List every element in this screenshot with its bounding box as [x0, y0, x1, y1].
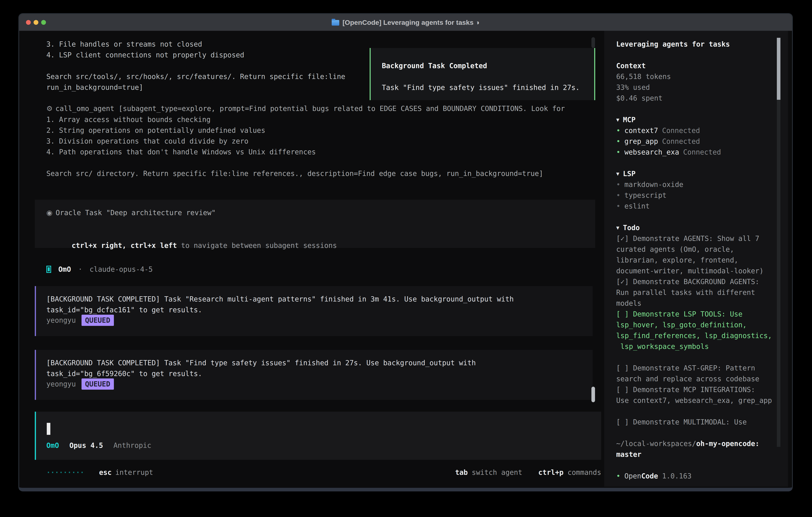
lsp-item: • markdown-oxide: [616, 179, 788, 190]
terminal-window: [OpenCode] Leveraging agents for tasks ◑…: [19, 13, 793, 491]
close-button[interactable]: [26, 20, 31, 25]
prompt-input[interactable]: OmO Opus 4.5 Anthropic: [35, 412, 601, 460]
chevron-down-icon: ▼: [616, 222, 619, 233]
lsp-name: typescript: [625, 190, 667, 201]
sidebar-scrollbar-thumb[interactable]: [777, 38, 780, 100]
esc-key-hint: esc: [99, 467, 112, 478]
notification-body: Task "Find type safety issues" finished …: [382, 82, 580, 93]
todo-item-pending: [ ] Demonstrate AST-GREP: Pattern search…: [616, 363, 788, 384]
hint-key-right: ctrl+x right,: [71, 242, 130, 249]
lsp-item: • eslint: [616, 201, 788, 212]
agent-model: claude-opus-4-5: [89, 264, 153, 275]
todo-item-active: [ ] Demonstrate LSP TOOLS: Use lsp_hover…: [616, 309, 788, 352]
subagent-navigation-hint: ctrl+x right, ctrl+x left to navigate be…: [46, 229, 337, 262]
status-dot-icon: •: [616, 471, 620, 482]
workspace-repo: oh-my-opencode:: [696, 440, 759, 447]
bullet-dot-icon: •: [616, 179, 620, 190]
connected-dot-icon: •: [616, 136, 620, 147]
chevron-down-icon: ▼: [616, 114, 619, 125]
lsp-item: • typescript: [616, 190, 788, 201]
task-completed-text: [BACKGROUND TASK COMPLETED] Task "Resear…: [46, 294, 514, 315]
todo-section: ▼ Todo [✓] Demonstrate AGENTS: Show all …: [616, 222, 788, 428]
mcp-item: • grep_app Connected: [616, 136, 788, 147]
hint-description: to navigate between subagent sessions: [177, 242, 337, 249]
lsp-name: eslint: [625, 201, 649, 212]
context-heading: Context: [616, 60, 646, 71]
tool-call-text: call_omo_agent [subagent_type=explore, p…: [55, 103, 565, 114]
version-number: 1.0.163: [662, 471, 692, 482]
main-scrollbar-thumb[interactable]: [591, 387, 595, 402]
minimize-button[interactable]: [34, 20, 38, 25]
bullet-dot-icon: •: [616, 190, 620, 201]
chevron-down-icon: ▼: [616, 168, 619, 179]
traffic-lights: [26, 14, 46, 31]
mcp-item: • context7 Connected: [616, 125, 788, 136]
status-bar: ········· esc interrupt tab switch agent…: [46, 467, 601, 478]
input-agent-name: OmO: [46, 440, 59, 451]
context-spent: $0.46 spent: [616, 93, 788, 104]
workspace-branch: master: [616, 451, 641, 458]
todo-item-done: [✓] Demonstrate BACKGROUND AGENTS: Run p…: [616, 276, 788, 309]
ctrlp-key-label: commands: [568, 467, 601, 478]
context-tokens: 66,518 tokens: [616, 71, 788, 82]
status-badge: QUEUED: [82, 315, 114, 326]
task-user: yeongyu: [46, 379, 76, 389]
lsp-section: ▼ LSP • markdown-oxide • typescript • es…: [616, 168, 788, 212]
title-bar[interactable]: [OpenCode] Leveraging agents for tasks ◑: [19, 14, 792, 31]
main-scrollbar-thumb-top[interactable]: [591, 37, 595, 48]
window-title: [OpenCode] Leveraging agents for tasks ◑: [343, 17, 480, 28]
connected-dot-icon: •: [616, 125, 620, 136]
task-completed-text: [BACKGROUND TASK COMPLETED] Task "Find t…: [46, 357, 476, 379]
connected-dot-icon: •: [616, 147, 620, 158]
brand-code: Code: [641, 472, 658, 480]
workspace-path: ~/local-workspaces/oh-my-opencode: maste…: [616, 438, 788, 460]
hint-key-left: ctrl+x left: [130, 242, 177, 249]
brand-open: Open: [625, 472, 641, 480]
background-task-block-1: [BACKGROUND TASK COMPLETED] Task "Resear…: [35, 286, 592, 336]
agent-model-line: OmO · claude-opus-4-5: [46, 264, 153, 275]
agent-separator: ·: [78, 264, 82, 275]
input-provider-name: Anthropic: [114, 440, 151, 451]
zoom-button[interactable]: [41, 20, 46, 25]
status-badge: QUEUED: [82, 378, 114, 390]
oracle-status-icon: ◉: [46, 207, 53, 218]
todo-item-done: [✓] Demonstrate AGENTS: Show all 7 curat…: [616, 233, 788, 276]
mcp-status: Connected: [662, 136, 700, 147]
mcp-item: • websearch_exa Connected: [616, 147, 788, 158]
mcp-status: Connected: [683, 147, 721, 158]
terminal-scrollback-text: 3. File handles or streams not closed 4.…: [46, 39, 345, 93]
tab-key-hint: tab: [455, 467, 468, 478]
mcp-name: context7: [625, 125, 658, 136]
background-task-block-2: [BACKGROUND TASK COMPLETED] Task "Find t…: [35, 350, 592, 400]
session-title: Leveraging agents for tasks: [616, 39, 788, 50]
lsp-heading: LSP: [623, 168, 636, 179]
tab-key-label: switch agent: [472, 467, 522, 478]
version-line: • OpenCode 1.0.163: [616, 471, 788, 482]
oracle-task-box: ◉ Oracle Task "Deep architecture review"…: [35, 200, 595, 248]
workspace-path-prefix: ~/local-workspaces/: [616, 440, 696, 447]
mcp-name: grep_app: [625, 136, 658, 147]
mcp-status: Connected: [662, 125, 700, 136]
lsp-name: markdown-oxide: [625, 179, 683, 190]
text-cursor: [47, 423, 50, 435]
background-task-notification[interactable]: Background Task Completed Task "Find typ…: [370, 48, 595, 100]
mcp-heading: MCP: [623, 114, 636, 125]
tool-call-line: ⚙ call_omo_agent [subagent_type=explore,…: [46, 103, 592, 114]
gear-icon: ⚙: [46, 103, 53, 114]
task-user: yeongyu: [46, 315, 76, 326]
esc-key-label: interrupt: [115, 467, 153, 478]
oracle-task-title: Oracle Task "Deep architecture review": [56, 207, 216, 218]
agent-cursor-icon: [46, 266, 51, 273]
mcp-name: websearch_exa: [625, 147, 679, 158]
notification-title: Background Task Completed: [382, 60, 487, 71]
todo-heading: Todo: [623, 222, 640, 233]
session-sidebar: Leveraging agents for tasks Context 66,5…: [604, 31, 788, 487]
context-used: 33% used: [616, 82, 788, 93]
input-model-name: Opus 4.5: [69, 440, 103, 451]
spinner-dots-icon: ·········: [46, 467, 84, 478]
tool-call-body: 1. Array access without bounds checking …: [46, 114, 543, 179]
folder-icon: [332, 20, 339, 26]
mcp-section: ▼ MCP • context7 Connected • grep_app Co…: [616, 114, 788, 158]
ctrlp-key-hint: ctrl+p: [538, 467, 563, 478]
context-section: Context 66,518 tokens 33% used $0.46 spe…: [616, 60, 788, 104]
